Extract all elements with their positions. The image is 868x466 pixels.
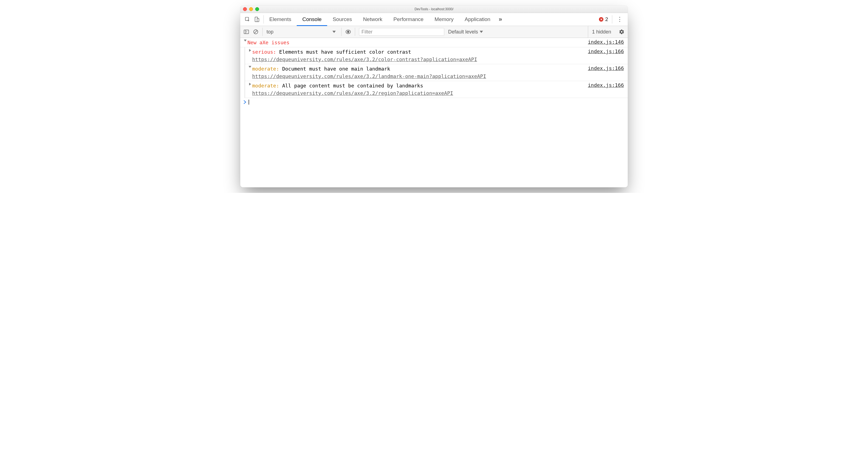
devtools-window: DevTools - localhost:3000/ Elements Cons… (240, 5, 628, 187)
issue-message: Document must have one main landmark (282, 66, 390, 72)
issue-message: All page content must be contained by la… (282, 83, 423, 89)
issue-message: Elements must have sufficient color cont… (279, 49, 411, 55)
console-sidebar-toggle-icon[interactable] (244, 29, 249, 35)
window-titlebar: DevTools - localhost:3000/ (240, 5, 628, 13)
hidden-messages-label[interactable]: 1 hidden (588, 26, 611, 38)
execution-context-select[interactable]: top (267, 29, 337, 35)
svg-rect-2 (257, 19, 259, 22)
console-prompt[interactable] (240, 98, 628, 106)
issue-docs-link[interactable]: https://dequeuniversity.com/rules/axe/3.… (252, 73, 486, 79)
error-icon: ✕ (599, 17, 603, 22)
console-issue-row[interactable]: moderate: Document must have one main la… (245, 64, 628, 81)
disclosure-triangle-icon (249, 49, 251, 52)
tab-performance[interactable]: Performance (388, 13, 429, 26)
error-count-badge[interactable]: ✕ 2 (599, 16, 612, 23)
separator (341, 28, 342, 36)
tab-elements[interactable]: Elements (264, 13, 297, 26)
console-issue-row[interactable]: serious: Elements must have sufficient c… (245, 47, 628, 64)
tab-sources[interactable]: Sources (327, 13, 358, 26)
chevron-down-icon (480, 31, 483, 33)
disclosure-triangle-icon (244, 39, 247, 41)
levels-label: Default levels (448, 29, 478, 35)
console-toolbar: top Filter Default levels 1 hidden (240, 26, 628, 38)
clear-console-icon[interactable] (253, 29, 258, 35)
window-title: DevTools - localhost:3000/ (414, 7, 454, 11)
source-link[interactable]: index.js:166 (588, 82, 624, 88)
panel-tabs: Elements Console Sources Network Perform… (240, 13, 628, 26)
source-link[interactable]: index.js:166 (588, 48, 624, 54)
filter-input[interactable]: Filter (359, 28, 444, 36)
console-group-body: serious: Elements must have sufficient c… (245, 47, 628, 98)
severity-label: moderate: (252, 66, 279, 72)
separator (355, 28, 355, 36)
context-label: top (267, 29, 274, 35)
chevron-down-icon (333, 31, 336, 33)
separator (262, 28, 263, 36)
tab-memory[interactable]: Memory (429, 13, 459, 26)
tab-console[interactable]: Console (297, 13, 327, 26)
inspect-element-icon[interactable] (245, 17, 250, 22)
more-tabs-button[interactable]: » (496, 13, 505, 26)
input-caret (249, 100, 249, 104)
disclosure-triangle-icon (249, 83, 251, 86)
severity-label: serious: (252, 49, 276, 55)
console-settings-icon[interactable] (615, 29, 624, 35)
filter-placeholder: Filter (362, 29, 373, 35)
console-issue-row[interactable]: moderate: All page content must be conta… (245, 81, 628, 98)
zoom-window-button[interactable] (255, 7, 259, 11)
inspect-tools (243, 17, 264, 22)
log-levels-select[interactable]: Default levels (448, 29, 483, 35)
source-link[interactable]: index.js:146 (588, 39, 624, 45)
issue-docs-link[interactable]: https://dequeuniversity.com/rules/axe/3.… (252, 57, 477, 62)
devtools-menu-button[interactable]: ⋮ (612, 19, 625, 21)
device-toolbar-icon[interactable] (254, 17, 259, 22)
minimize-window-button[interactable] (249, 7, 253, 11)
live-expression-icon[interactable] (345, 29, 351, 35)
source-link[interactable]: index.js:166 (588, 65, 624, 71)
severity-label: moderate: (252, 83, 279, 89)
tab-application[interactable]: Application (459, 13, 496, 26)
traffic-lights (243, 7, 259, 11)
group-title: New aXe issues (247, 39, 588, 46)
issue-docs-link[interactable]: https://dequeuniversity.com/rules/axe/3.… (252, 90, 453, 96)
close-window-button[interactable] (243, 7, 247, 11)
tab-network[interactable]: Network (358, 13, 388, 26)
console-group-header[interactable]: New aXe issues index.js:146 (240, 38, 628, 47)
disclosure-triangle-icon (249, 66, 251, 68)
console-output: New aXe issues index.js:146 serious: Ele… (240, 38, 628, 187)
error-count: 2 (605, 16, 608, 23)
svg-point-5 (347, 31, 349, 33)
